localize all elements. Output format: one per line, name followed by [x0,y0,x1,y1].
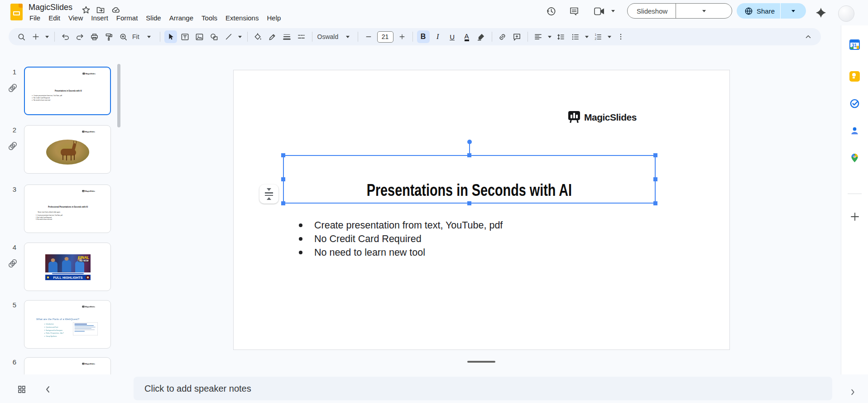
hide-menus-button[interactable] [802,30,815,43]
font-family-caret[interactable] [342,30,354,43]
search-menus-button[interactable] [15,30,28,43]
get-addons-button[interactable] [849,211,860,222]
calendar-icon[interactable]: 31 [849,39,860,50]
slides-app-logo[interactable] [10,4,23,20]
new-slide-caret[interactable] [44,30,50,43]
menu-help[interactable]: Help [263,14,285,22]
body-textbox[interactable]: Create presentation from text, YouTube, … [299,218,503,259]
underline-button[interactable]: U [446,30,459,43]
rotation-handle[interactable] [467,140,472,144]
slide-4-thumbnail[interactable]: FINAL IND WOM FULL HIGHLIGHTS [24,243,111,291]
menu-tools[interactable]: Tools [197,14,221,22]
bulleted-list-button[interactable] [569,30,582,43]
gemini-sparkle-icon[interactable] [815,6,827,19]
insert-shape-button[interactable] [208,30,221,43]
share-button[interactable]: Share [757,7,775,15]
keep-icon[interactable] [849,71,860,82]
tasks-icon[interactable] [849,98,860,109]
border-color-button[interactable] [266,30,279,43]
menu-slide[interactable]: Slide [142,14,165,22]
slideshow-button[interactable]: Slideshow [628,7,667,15]
contacts-icon[interactable] [849,126,860,136]
redo-button[interactable] [73,30,86,43]
zoom-button[interactable] [117,30,129,43]
menu-extensions[interactable]: Extensions [221,14,263,22]
resize-handle-nw[interactable] [281,153,285,157]
show-side-panel-button[interactable] [849,388,857,396]
new-slide-button[interactable] [29,30,42,43]
italic-button[interactable]: I [432,30,444,43]
align-button[interactable] [532,30,545,43]
fill-color-button[interactable] [252,30,264,43]
menu-format[interactable]: Format [112,14,142,22]
resize-handle-ne[interactable] [653,153,657,157]
grid-view-button[interactable] [17,385,26,394]
select-tool-button[interactable] [164,30,177,43]
autofit-indicator-button[interactable] [259,185,278,204]
insert-image-button[interactable] [193,30,206,43]
transition-indicator-icon[interactable] [8,141,18,151]
zoom-select-caret[interactable] [142,30,156,43]
line-spacing-button[interactable] [555,30,567,43]
selected-title-textbox[interactable]: Presentations in Seconds with AI [283,155,656,204]
resize-handle-n[interactable] [467,153,471,157]
increase-font-size-button[interactable] [396,30,408,43]
insert-link-button[interactable] [496,30,509,43]
star-icon[interactable] [82,5,91,15]
share-options-button[interactable] [781,10,806,12]
numbered-list-caret[interactable] [606,30,613,43]
collapse-filmstrip-button[interactable] [43,385,53,394]
resize-handle-e[interactable] [653,177,657,181]
menu-edit[interactable]: Edit [44,14,64,22]
more-options-button[interactable] [614,30,627,43]
version-history-icon[interactable] [545,5,557,17]
text-color-button[interactable]: A [460,30,473,43]
menu-arrange[interactable]: Arrange [165,14,197,22]
filmstrip-scrollbar[interactable] [117,64,120,127]
resize-handle-s[interactable] [467,201,471,205]
insert-line-caret[interactable] [237,30,243,43]
slide-canvas[interactable] [233,70,730,350]
cloud-saved-icon[interactable] [111,5,120,15]
insert-comment-button[interactable] [511,30,523,43]
insert-line-button[interactable] [222,30,235,43]
video-call-icon[interactable] [594,6,605,16]
video-call-caret-icon[interactable] [611,10,615,12]
paint-format-button[interactable] [102,30,115,43]
bulleted-list-caret[interactable] [584,30,590,43]
menu-view[interactable]: View [64,14,87,22]
comments-icon[interactable] [569,6,580,17]
transition-indicator-icon[interactable] [8,258,18,268]
align-caret[interactable] [547,30,553,43]
resize-handle-sw[interactable] [281,201,285,205]
menu-file[interactable]: File [25,14,44,22]
zoom-select[interactable]: Fit [130,33,141,40]
account-avatar[interactable] [838,5,854,22]
menu-insert[interactable]: Insert [87,14,112,22]
bold-button[interactable]: B [417,30,430,43]
slideshow-options-button[interactable] [676,10,732,12]
resize-handle-se[interactable] [653,201,657,205]
font-size-input[interactable]: 21 [377,31,393,43]
maps-icon[interactable] [849,153,860,163]
slide-2-thumbnail[interactable]: MagicSlides [24,125,111,174]
slide-5-thumbnail[interactable]: MagicSlides What are the Parts of a WebQ… [24,300,111,349]
divider [247,32,248,42]
border-dash-button[interactable] [295,30,308,43]
resize-handle-w[interactable] [281,177,285,181]
undo-button[interactable] [59,30,72,43]
transition-indicator-icon[interactable] [8,83,18,93]
font-family-select[interactable]: Oswald [316,33,341,40]
print-button[interactable] [88,30,101,43]
move-folder-icon[interactable] [96,5,105,15]
document-title[interactable]: MagicSlides [29,3,72,12]
border-weight-button[interactable] [281,30,293,43]
highlight-color-button[interactable] [475,30,488,43]
text-box-button[interactable] [179,30,192,43]
numbered-list-button[interactable]: 12 [592,30,604,43]
speaker-notes-input[interactable]: Click to add speaker notes [134,377,832,400]
slide-3-thumbnail[interactable]: MagicSlides Professional Presentations i… [24,185,111,233]
slide-1-thumbnail[interactable]: MagicSlides Presentations in Seconds wit… [24,67,111,115]
notes-resize-handle[interactable] [467,361,495,363]
decrease-font-size-button[interactable] [362,30,375,43]
